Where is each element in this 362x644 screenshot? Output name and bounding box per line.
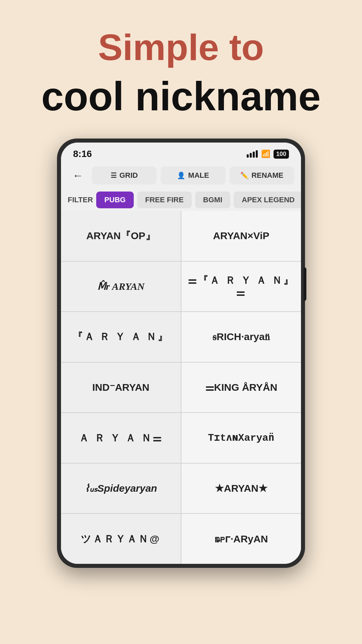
filter-apex[interactable]: APEX LEGEND [234, 192, 301, 208]
status-time: 8:16 [73, 149, 92, 159]
nickname-cell[interactable]: ⚌KING ÅRYÅN [181, 363, 301, 413]
rename-icon: ✏️ [240, 171, 249, 179]
filter-pubg[interactable]: PUBG [96, 192, 134, 208]
nickname-cell[interactable]: ⌇ᵤₛSpideyaryan [61, 464, 181, 514]
nickname-text: ツＡＲＹＡＮ@ [81, 533, 161, 545]
phone-frame: 8:16 📶 100 ← ☰ GRID 👤 [57, 139, 305, 568]
filter-label: FILTER [68, 196, 93, 204]
side-button [304, 267, 306, 301]
nickname-cell[interactable]: ARYAN×ViP [181, 211, 301, 261]
nickname-text: TɪtʌɴΧaryan̈ [208, 432, 274, 444]
nickname-text: ꬺᴘᴦ·ARyAN [215, 533, 268, 545]
status-icons: 📶 100 [247, 150, 289, 159]
filter-free-fire[interactable]: FREE FIRE [137, 192, 192, 208]
status-bar: 8:16 📶 100 [61, 143, 301, 162]
rename-button[interactable]: ✏️ RENAME [230, 166, 294, 184]
male-button[interactable]: 👤 MALE [161, 166, 225, 184]
nickname-text: Ａ Ｒ Ｙ Ａ Ｎ⚌ [79, 432, 163, 444]
filter-bgmi[interactable]: BGMI [195, 192, 230, 208]
nickname-cell[interactable]: ★ARYAN★ [181, 464, 301, 514]
battery-icon: 100 [274, 150, 289, 159]
phone-screen: 8:16 📶 100 ← ☰ GRID 👤 [61, 143, 301, 564]
grid-button[interactable]: ☰ GRID [92, 166, 157, 184]
nickname-cell[interactable]: 『Ａ Ｒ Ｙ Ａ Ｎ』 [61, 312, 181, 362]
nickname-cell[interactable]: TɪtʌɴΧaryan̈ [181, 413, 301, 463]
nickname-text: ⚌KING ÅRYÅN [205, 381, 278, 393]
header-section: Simple to cool nickname [41, 27, 321, 118]
nickname-text: ᵴRICH·aryan̈ [213, 331, 269, 343]
nickname-text: ★ARYAN★ [215, 482, 267, 494]
header-line2: cool nickname [41, 74, 321, 118]
nickname-cell[interactable]: IND⁻ARYAN [61, 363, 181, 413]
male-icon: 👤 [177, 171, 185, 179]
nickname-cell[interactable]: ᵴRICH·aryan̈ [181, 312, 301, 362]
rename-label: RENAME [251, 171, 283, 180]
grid-label: GRID [119, 171, 138, 180]
toolbar: ← ☰ GRID 👤 MALE ✏️ RENAME [61, 162, 301, 189]
header-line1: Simple to [41, 27, 321, 67]
nickname-cell[interactable]: ツＡＲＹＡＮ@ [61, 514, 181, 564]
nickname-text: ⚌『Ａ Ｒ Ｙ Ａ Ｎ』⚌ [185, 274, 298, 299]
nickname-cell[interactable]: ARYAN『OP』 [61, 211, 181, 261]
nickname-text: ⌇ᵤₛSpideyaryan [84, 482, 157, 494]
nickname-cell[interactable]: Ａ Ｒ Ｙ Ａ Ｎ⚌ [61, 413, 181, 463]
nickname-cell[interactable]: M̂r ARYAN [61, 262, 181, 312]
nickname-text: 『Ａ Ｒ Ｙ Ａ Ｎ』 [73, 331, 169, 343]
filter-row: FILTER PUBG FREE FIRE BGMI APEX LEGEND [61, 189, 301, 211]
nickname-cell[interactable]: ⚌『Ａ Ｒ Ｙ Ａ Ｎ』⚌ [181, 262, 301, 312]
signal-icon [247, 150, 258, 158]
nickname-text: M̂r ARYAN [97, 280, 144, 292]
nickname-cell[interactable]: ꬺᴘᴦ·ARyAN [181, 514, 301, 564]
nickname-text: IND⁻ARYAN [92, 381, 149, 393]
nickname-text: ARYAN『OP』 [86, 230, 155, 242]
back-icon: ← [72, 169, 83, 182]
back-button[interactable]: ← [68, 165, 88, 185]
male-label: MALE [188, 171, 209, 180]
wifi-icon: 📶 [261, 150, 270, 158]
grid-icon: ☰ [111, 171, 117, 179]
nickname-grid: ARYAN『OP』ARYAN×ViPM̂r ARYAN⚌『Ａ Ｒ Ｙ Ａ Ｎ』⚌… [61, 211, 301, 564]
nickname-text: ARYAN×ViP [213, 230, 269, 242]
